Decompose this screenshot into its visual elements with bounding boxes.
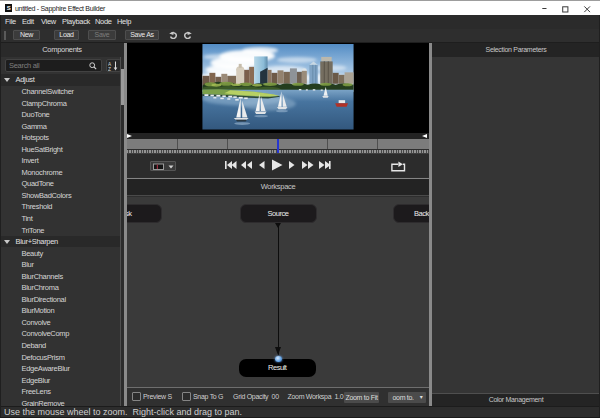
svg-text:Z: Z: [108, 66, 111, 70]
